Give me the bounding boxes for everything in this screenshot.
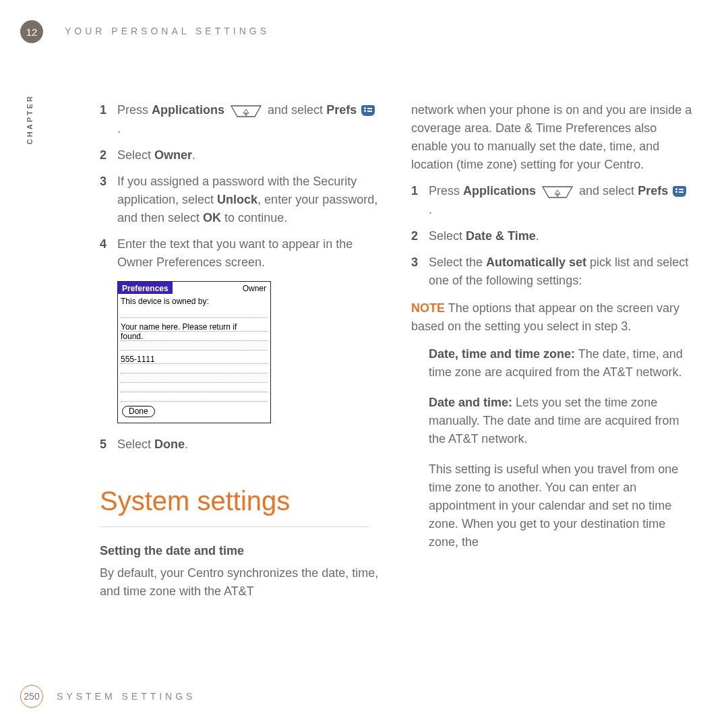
step-number: 1 <box>411 182 429 219</box>
palm-title-left: Preferences <box>118 282 173 294</box>
page-number: 250 <box>20 685 43 708</box>
step-body: Press Applications and select Prefs . <box>117 101 383 138</box>
footer-title: SYSTEM SETTINGS <box>57 691 195 702</box>
step-number: 2 <box>100 146 117 164</box>
left-column: 1 Press Applications and select Prefs . … <box>100 101 383 601</box>
palm-owner-name-line2: found. <box>121 332 268 341</box>
note-label: NOTE <box>411 301 445 315</box>
step-number: 4 <box>100 235 117 272</box>
right-column: network when your phone is on and you ar… <box>411 101 694 601</box>
step-number: 5 <box>100 435 117 454</box>
owner-preferences-screenshot: Preferences Owner This device is owned b… <box>117 281 271 423</box>
step-body: Select Owner. <box>117 146 383 164</box>
palm-done-button[interactable]: Done <box>122 406 155 417</box>
palm-owned-by-label: This device is owned by: <box>121 295 268 307</box>
step-number: 3 <box>100 173 117 227</box>
step-body: Press Applications and select Prefs . <box>429 182 694 219</box>
step-number: 2 <box>411 227 429 245</box>
option-tail: This setting is useful when you travel f… <box>429 460 694 551</box>
prefs-icon <box>361 105 375 116</box>
step-number: 3 <box>411 253 429 290</box>
step-body: If you assigned a password with the Secu… <box>117 173 383 227</box>
step-number: 1 <box>100 101 117 138</box>
step-body: Select Date & Time. <box>429 227 694 245</box>
header-title: YOUR PERSONAL SETTINGS <box>65 26 270 36</box>
section-heading: System settings <box>100 481 369 527</box>
intro-continuation: network when your phone is on and you ar… <box>411 101 694 174</box>
step-body: Select Done. <box>117 435 383 454</box>
intro-paragraph: By default, your Centro synchronizes the… <box>100 564 383 601</box>
palm-phone-line: 555-1111 <box>121 355 268 364</box>
note-text: The options that appear on the screen va… <box>411 301 679 333</box>
step-body: Select the Automatically set pick list a… <box>429 253 694 290</box>
prefs-icon <box>673 186 686 197</box>
palm-owner-name-line: Your name here. Please return if <box>121 322 268 332</box>
chapter-label-vertical: CHAPTER <box>26 94 34 144</box>
option-paragraph: Date and time: Lets you set the time zon… <box>429 394 694 448</box>
applications-key-icon <box>542 183 573 201</box>
applications-key-icon <box>231 102 262 120</box>
step-body: Enter the text that you want to appear i… <box>117 235 383 272</box>
sub-heading: Setting the date and time <box>100 542 383 560</box>
option-paragraph: Date, time and time zone: The date, time… <box>429 345 694 382</box>
chapter-number-badge: 12 <box>20 20 43 43</box>
palm-title-right: Owner <box>173 282 270 294</box>
